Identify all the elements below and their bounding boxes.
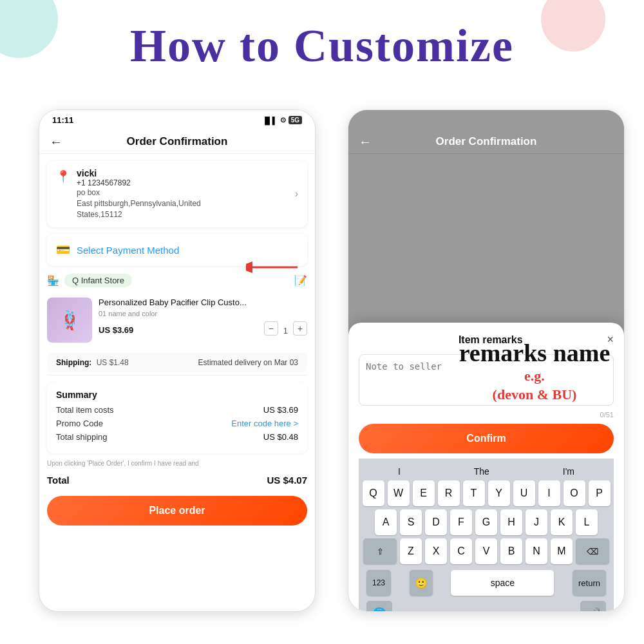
key-v[interactable]: V (475, 538, 497, 564)
confirm-button[interactable]: Confirm (359, 424, 614, 453)
address-line3: States,15112 (77, 209, 289, 220)
left-status-bar: 11:11 ▐▌▌ ⊙ 5G (39, 110, 315, 130)
key-t[interactable]: T (463, 480, 485, 506)
key-n[interactable]: N (526, 538, 547, 564)
shipping-summary-label: Total shipping (56, 432, 108, 442)
key-space[interactable]: space (451, 570, 554, 596)
quantity-control: − 1 + (264, 321, 307, 336)
key-j[interactable]: J (526, 509, 547, 535)
right-header-title: Order Confirmation (436, 135, 537, 148)
key-k[interactable]: K (551, 509, 573, 535)
left-header: ← Order Confirmation (39, 130, 315, 154)
qty-value: 1 (283, 326, 288, 336)
keyboard-row3: ⇧ Z X C V B N M ⌫ (361, 538, 611, 564)
suggestion-i[interactable]: I (398, 466, 401, 477)
key-x[interactable]: X (425, 538, 447, 564)
promo-value[interactable]: Enter code here > (231, 419, 298, 428)
keyboard-suggestions: I The I'm (361, 464, 611, 480)
keyboard: I The I'm Q W E R T Y U I O P A S D F (359, 459, 614, 612)
left-shipping-row: Shipping: US $1.48 Estimated delivery on… (47, 353, 307, 372)
left-payment-label[interactable]: Select Payment Method (77, 245, 179, 256)
remarks-overlay: remarks name e.g. (devon & BU) (451, 339, 618, 404)
summary-title: Summary (56, 390, 298, 400)
key-mic[interactable]: 🎤 (580, 601, 606, 612)
key-l[interactable]: L (576, 509, 598, 535)
place-order-button[interactable]: Place order (47, 496, 307, 526)
wifi-icon: ⊙ (280, 116, 286, 124)
network-badge: 5G (289, 116, 302, 124)
key-c[interactable]: C (450, 538, 472, 564)
summary-shipping: Total shipping US $0.48 (56, 432, 298, 442)
key-a[interactable]: A (375, 509, 397, 535)
keyboard-last-row: 🌐 🎤 (361, 598, 611, 612)
key-i[interactable]: I (538, 480, 560, 506)
left-time: 11:11 (52, 115, 73, 125)
key-m[interactable]: M (551, 538, 573, 564)
total-row: Total US $4.07 (39, 469, 315, 491)
key-g[interactable]: G (475, 509, 497, 535)
arrow-annotation (246, 254, 298, 283)
key-e[interactable]: E (413, 480, 435, 506)
location-icon: 📍 (56, 169, 70, 184)
product-variant: 01 name and color (99, 310, 307, 317)
key-b[interactable]: B (500, 538, 522, 564)
left-phone: 11:11 ▐▌▌ ⊙ 5G ← Order Confirmation 📍 vi… (39, 109, 316, 612)
shipping-cost: US $1.48 (97, 358, 129, 367)
key-q[interactable]: Q (363, 480, 384, 506)
divider (47, 375, 307, 375)
key-numbers[interactable]: 123 (366, 570, 391, 596)
address-line2: East pittsburgh,Pennsylvania,United (77, 198, 289, 209)
qty-decrease[interactable]: − (264, 321, 278, 336)
page-title: How to Customize (0, 19, 644, 73)
shipping-date: Estimated delivery on Mar 03 (198, 358, 298, 367)
eg-value: (devon & BU) (493, 386, 577, 402)
product-thumbnail: 🪢 (47, 298, 92, 343)
suggestion-im[interactable]: I'm (563, 466, 574, 477)
qty-increase[interactable]: + (293, 321, 307, 336)
suggestion-the[interactable]: The (474, 466, 489, 477)
key-shift[interactable]: ⇧ (363, 538, 397, 564)
summary-promo[interactable]: Promo Code Enter code here > (56, 419, 298, 428)
left-address-card: 📍 vicki +1 1234567892 po box East pittsb… (47, 160, 307, 227)
total-label: Total (47, 475, 70, 486)
key-y[interactable]: Y (488, 480, 510, 506)
left-summary-section: Summary Total item costs US $3.69 Promo … (47, 382, 307, 453)
signal-icon: ▐▌▌ (262, 117, 277, 124)
key-h[interactable]: H (500, 509, 522, 535)
left-back-button[interactable]: ← (50, 135, 62, 149)
key-r[interactable]: R (438, 480, 460, 506)
item-costs-value: US $3.69 (263, 405, 298, 415)
key-z[interactable]: Z (400, 538, 422, 564)
remarks-eg-text: e.g. (devon & BU) (451, 367, 618, 404)
keyboard-row2: A S D F G H J K L (361, 509, 611, 535)
key-f[interactable]: F (450, 509, 472, 535)
right-header: ← Order Confirmation (348, 130, 624, 154)
store-icon: 🏪 (47, 275, 59, 287)
left-header-title: Order Confirmation (127, 135, 228, 148)
address-phone: +1 1234567892 (77, 178, 289, 187)
address-chevron[interactable]: › (295, 188, 298, 200)
key-p[interactable]: P (589, 480, 611, 506)
key-w[interactable]: W (388, 480, 410, 506)
key-delete[interactable]: ⌫ (576, 538, 609, 564)
char-count: 0/51 (359, 411, 614, 419)
key-s[interactable]: S (400, 509, 422, 535)
left-status-icons: ▐▌▌ ⊙ 5G (262, 116, 302, 124)
key-globe[interactable]: 🌐 (366, 601, 392, 612)
store-name: Q Infant Store (64, 274, 132, 287)
key-d[interactable]: D (425, 509, 447, 535)
keyboard-row1: Q W E R T Y U I O P (361, 480, 611, 506)
item-costs-label: Total item costs (56, 405, 114, 415)
remarks-name-text: remarks name (451, 339, 618, 367)
key-u[interactable]: U (513, 480, 535, 506)
shipping-summary-value: US $0.48 (263, 432, 298, 442)
key-o[interactable]: O (564, 480, 585, 506)
payment-icon: 💳 (56, 243, 70, 257)
right-back-button[interactable]: ← (359, 135, 372, 149)
right-phone: 11:11 ▐▌▌ ⊙ 5G ← Order Confirmation 📍 vi… (348, 109, 625, 612)
product-name: Personalized Baby Pacifier Clip Custo... (99, 298, 307, 308)
key-return[interactable]: return (573, 570, 606, 596)
address-name: vicki (77, 168, 289, 178)
product-image: 🪢 (47, 298, 92, 343)
key-emoji[interactable]: 🙂 (410, 570, 433, 596)
